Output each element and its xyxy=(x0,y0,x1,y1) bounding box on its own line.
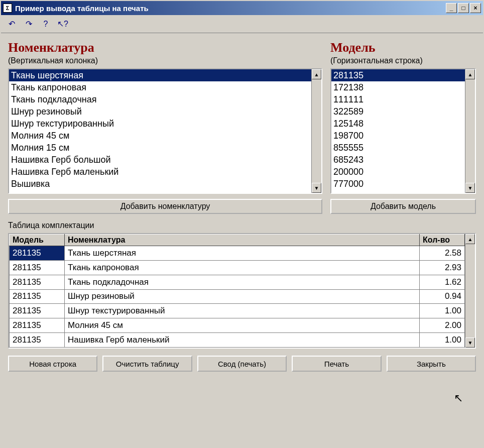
scroll-down-icon[interactable]: ▼ xyxy=(465,338,475,348)
list-item[interactable]: 855555 xyxy=(331,142,465,154)
close-app-button[interactable]: Закрыть xyxy=(387,356,476,372)
model-subtitle: (Горизонтальная строка) xyxy=(330,56,476,65)
undo-icon[interactable]: ↶ xyxy=(6,19,17,30)
cell-qty[interactable]: 2.58 xyxy=(420,246,465,261)
scroll-down-icon[interactable]: ▼ xyxy=(465,183,475,193)
app-icon: Σ xyxy=(3,4,12,13)
maximize-button[interactable]: □ xyxy=(458,3,469,13)
model-title: Модель xyxy=(330,40,476,55)
cell-qty[interactable]: 1.62 xyxy=(420,275,465,289)
list-item[interactable]: 198700 xyxy=(331,130,465,142)
table-label: Таблица комплектации xyxy=(8,221,476,230)
app-window: Σ Пример вывода таблицы на печать _ □ × … xyxy=(0,0,484,448)
list-item[interactable]: Вышивка xyxy=(9,178,311,190)
scrollbar[interactable]: ▲ ▼ xyxy=(311,69,321,193)
toolbar: ↶ ↷ ? ↖? xyxy=(1,15,483,33)
cell-model[interactable]: 281135 xyxy=(10,275,65,289)
cell-nomenclature[interactable]: Шнур резиновый xyxy=(65,289,420,304)
content-area: Номенклатура (Вертикальная колонка) Ткан… xyxy=(1,33,483,447)
nomenclature-subtitle: (Вертикальная колонка) xyxy=(8,56,322,65)
scroll-up-icon[interactable]: ▲ xyxy=(312,69,321,79)
cell-nomenclature[interactable]: Ткань подкладочная xyxy=(65,275,420,289)
table-row[interactable]: 281135Шнур текстурированный1.00 xyxy=(10,304,465,318)
list-item[interactable]: Молния 15 см xyxy=(9,142,311,154)
list-item[interactable]: 322589 xyxy=(331,105,465,118)
list-item[interactable]: Шнур резиновый xyxy=(9,105,311,118)
help-doc-icon[interactable]: ? xyxy=(40,19,51,30)
cell-qty[interactable]: 1.00 xyxy=(420,333,465,348)
list-item[interactable]: Ткань шерстяная xyxy=(9,69,311,81)
list-item[interactable]: Ткань подкладочная xyxy=(9,93,311,105)
scroll-up-icon[interactable]: ▲ xyxy=(465,69,475,79)
scrollbar[interactable]: ▲ ▼ xyxy=(465,234,475,348)
minimize-button[interactable]: _ xyxy=(446,3,457,13)
cell-nomenclature[interactable]: Ткань шерстяная xyxy=(65,246,420,261)
list-item[interactable]: 125148 xyxy=(331,118,465,130)
add-nomenclature-button[interactable]: Добавить номенклатуру xyxy=(8,199,322,214)
add-model-button[interactable]: Добавить модель xyxy=(330,199,476,214)
table-row[interactable]: 281135Ткань шерстяная2.58 xyxy=(10,246,465,261)
table-row[interactable]: 281135Ткань капроновая2.93 xyxy=(10,260,465,275)
titlebar[interactable]: Σ Пример вывода таблицы на печать _ □ × xyxy=(1,1,483,15)
help-arrow-icon[interactable]: ↖? xyxy=(57,19,68,30)
print-button[interactable]: Печать xyxy=(292,356,381,372)
list-item[interactable]: Нашивка Герб большой xyxy=(9,154,311,166)
summary-print-button[interactable]: Свод (печать) xyxy=(197,356,287,372)
list-item[interactable]: 281135 xyxy=(331,69,465,81)
list-item[interactable]: 172138 xyxy=(331,81,465,93)
cell-model[interactable]: 281135 xyxy=(10,304,65,318)
model-listbox[interactable]: 2811351721381111113225891251481987008555… xyxy=(330,68,476,194)
cell-model[interactable]: 281135 xyxy=(10,246,65,261)
cell-qty[interactable]: 1.00 xyxy=(420,304,465,318)
close-button[interactable]: × xyxy=(470,3,481,13)
list-item[interactable]: 685243 xyxy=(331,154,465,166)
table-row[interactable]: 281135Молния 45 см2.00 xyxy=(10,318,465,333)
list-item[interactable]: Нашивка Герб маленький xyxy=(9,166,311,178)
cell-model[interactable]: 281135 xyxy=(10,318,65,333)
cell-nomenclature[interactable]: Нашивка Герб маленький xyxy=(65,333,420,348)
header-nomenclature[interactable]: Номенклатура xyxy=(65,235,420,246)
header-model[interactable]: Модель xyxy=(10,235,65,246)
cell-qty[interactable]: 2.93 xyxy=(420,260,465,275)
list-item[interactable]: 777000 xyxy=(331,178,465,190)
window-title: Пример вывода таблицы на печать xyxy=(15,4,446,13)
new-row-button[interactable]: Новая строка xyxy=(8,356,97,372)
cell-nomenclature[interactable]: Молния 45 см xyxy=(65,318,420,333)
list-item[interactable]: 200000 xyxy=(331,166,465,178)
cell-model[interactable]: 281135 xyxy=(10,333,65,348)
cell-qty[interactable]: 0.94 xyxy=(420,289,465,304)
clear-table-button[interactable]: Очистить таблицу xyxy=(102,356,192,372)
scroll-up-icon[interactable]: ▲ xyxy=(465,234,475,244)
scroll-down-icon[interactable]: ▼ xyxy=(312,183,321,193)
list-item[interactable]: 111111 xyxy=(331,93,465,105)
cell-qty[interactable]: 2.00 xyxy=(420,318,465,333)
data-grid[interactable]: Модель Номенклатура Кол-во 281135Ткань ш… xyxy=(8,233,476,349)
model-panel: Модель (Горизонтальная строка) 281135172… xyxy=(330,40,476,214)
nomenclature-listbox[interactable]: Ткань шерстянаяТкань капроноваяТкань под… xyxy=(8,68,322,194)
nomenclature-panel: Номенклатура (Вертикальная колонка) Ткан… xyxy=(8,40,322,214)
list-item[interactable]: Шнур текстурированный xyxy=(9,118,311,130)
redo-icon[interactable]: ↷ xyxy=(23,19,34,30)
table-row[interactable]: 281135Ткань подкладочная1.62 xyxy=(10,275,465,289)
table-row[interactable]: 281135Шнур резиновый0.94 xyxy=(10,289,465,304)
cell-nomenclature[interactable]: Шнур текстурированный xyxy=(65,304,420,318)
cell-model[interactable]: 281135 xyxy=(10,289,65,304)
table-row[interactable]: 281135Нашивка Герб маленький1.00 xyxy=(10,333,465,348)
nomenclature-title: Номенклатура xyxy=(8,40,322,55)
header-qty[interactable]: Кол-во xyxy=(420,235,465,246)
list-item[interactable]: Молния 45 см xyxy=(9,130,311,142)
cell-model[interactable]: 281135 xyxy=(10,260,65,275)
scrollbar[interactable]: ▲ ▼ xyxy=(465,69,475,193)
list-item[interactable]: Ткань капроновая xyxy=(9,81,311,93)
button-bar: Новая строка Очистить таблицу Свод (печа… xyxy=(8,356,476,372)
cell-nomenclature[interactable]: Ткань капроновая xyxy=(65,260,420,275)
